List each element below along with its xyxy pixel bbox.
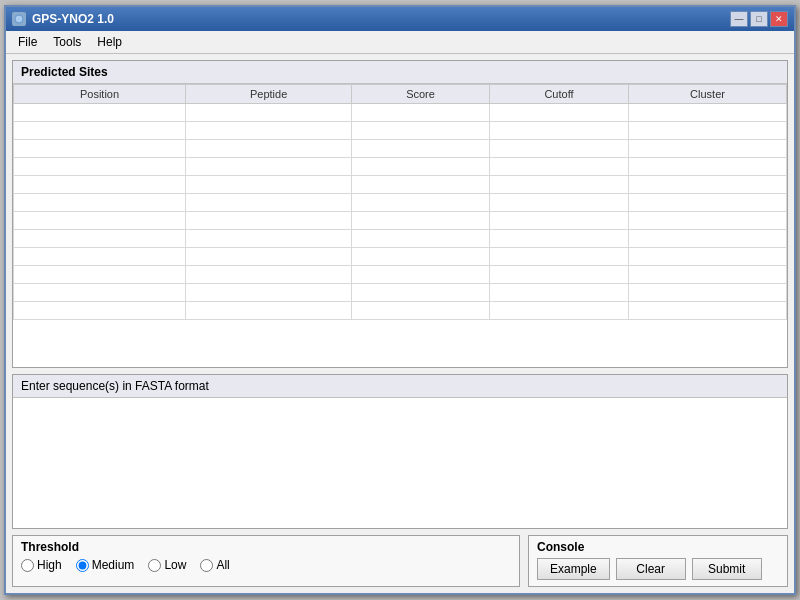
title-bar: GPS-YNO2 1.0 — □ ✕	[6, 7, 794, 31]
threshold-all-radio[interactable]	[200, 559, 213, 572]
table-row	[14, 158, 787, 176]
threshold-all-label[interactable]: All	[200, 558, 229, 572]
main-window: GPS-YNO2 1.0 — □ ✕ File Tools Help Predi…	[4, 5, 796, 595]
table-row	[14, 194, 787, 212]
menu-file[interactable]: File	[10, 33, 45, 51]
console-buttons: Example Clear Submit	[537, 558, 779, 580]
bottom-panel: Threshold High Medium Low	[12, 535, 788, 587]
table-row	[14, 140, 787, 158]
table-row	[14, 230, 787, 248]
fasta-input[interactable]	[13, 398, 787, 528]
predicted-sites-panel: Predicted Sites Position Peptide Score C…	[12, 60, 788, 368]
threshold-medium-text: Medium	[92, 558, 135, 572]
col-score: Score	[352, 85, 490, 104]
maximize-button[interactable]: □	[750, 11, 768, 27]
threshold-high-radio[interactable]	[21, 559, 34, 572]
table-row	[14, 122, 787, 140]
console-section: Console Example Clear Submit	[528, 535, 788, 587]
predicted-sites-title: Predicted Sites	[13, 61, 787, 84]
threshold-radio-group: High Medium Low All	[21, 558, 511, 572]
svg-point-0	[15, 15, 23, 23]
threshold-title: Threshold	[21, 540, 511, 554]
table-container[interactable]: Position Peptide Score Cutoff Cluster	[13, 84, 787, 367]
console-title: Console	[537, 540, 779, 554]
threshold-low-text: Low	[164, 558, 186, 572]
table-row	[14, 176, 787, 194]
window-title: GPS-YNO2 1.0	[32, 12, 114, 26]
col-position: Position	[14, 85, 186, 104]
menu-help[interactable]: Help	[89, 33, 130, 51]
window-controls: — □ ✕	[730, 11, 788, 27]
col-cutoff: Cutoff	[489, 85, 628, 104]
submit-button[interactable]: Submit	[692, 558, 762, 580]
table-row	[14, 302, 787, 320]
predicted-sites-table: Position Peptide Score Cutoff Cluster	[13, 84, 787, 320]
col-peptide: Peptide	[186, 85, 352, 104]
col-cluster: Cluster	[629, 85, 787, 104]
threshold-low-label[interactable]: Low	[148, 558, 186, 572]
threshold-high-text: High	[37, 558, 62, 572]
table-row	[14, 266, 787, 284]
table-row	[14, 212, 787, 230]
close-button[interactable]: ✕	[770, 11, 788, 27]
clear-button[interactable]: Clear	[616, 558, 686, 580]
example-button[interactable]: Example	[537, 558, 610, 580]
threshold-low-radio[interactable]	[148, 559, 161, 572]
fasta-title: Enter sequence(s) in FASTA format	[13, 375, 787, 398]
menu-bar: File Tools Help	[6, 31, 794, 54]
table-row	[14, 248, 787, 266]
table-row	[14, 104, 787, 122]
table-row	[14, 284, 787, 302]
minimize-button[interactable]: —	[730, 11, 748, 27]
title-bar-left: GPS-YNO2 1.0	[12, 12, 114, 26]
threshold-high-label[interactable]: High	[21, 558, 62, 572]
app-icon	[12, 12, 26, 26]
main-content: Predicted Sites Position Peptide Score C…	[6, 54, 794, 593]
threshold-medium-label[interactable]: Medium	[76, 558, 135, 572]
threshold-section: Threshold High Medium Low	[12, 535, 520, 587]
threshold-all-text: All	[216, 558, 229, 572]
threshold-medium-radio[interactable]	[76, 559, 89, 572]
menu-tools[interactable]: Tools	[45, 33, 89, 51]
fasta-panel: Enter sequence(s) in FASTA format	[12, 374, 788, 529]
